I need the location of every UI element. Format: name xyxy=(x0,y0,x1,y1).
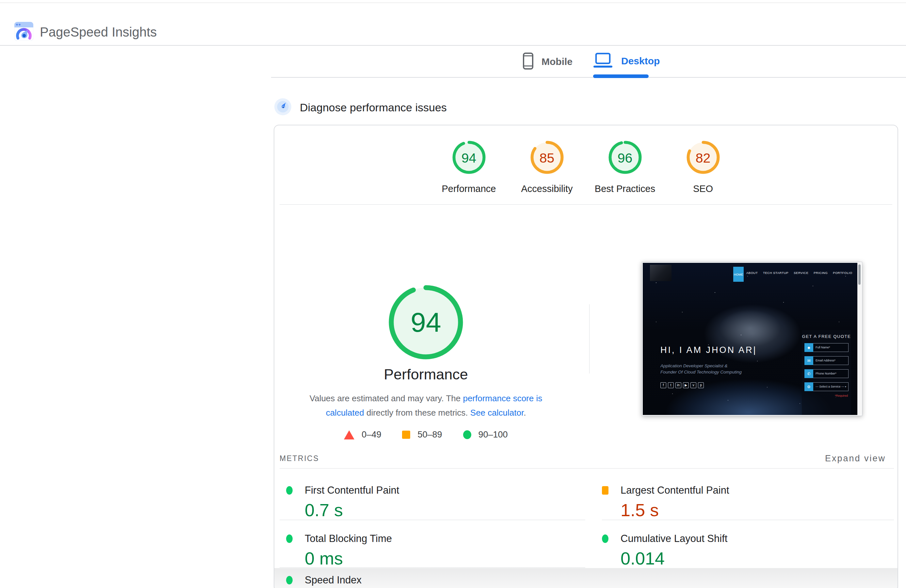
category-seo[interactable]: 82 SEO xyxy=(664,140,742,194)
performance-summary-score: 94 xyxy=(387,283,465,362)
performance-summary-gauge: 94 xyxy=(387,283,465,362)
quote-field-name: ☻ Full Name* xyxy=(804,343,849,352)
legend-pass: 90–100 xyxy=(463,430,508,440)
performance-score: 94 xyxy=(452,140,486,176)
metric-value: 0.014 xyxy=(620,549,889,567)
metric-value: 1.5 s xyxy=(620,501,889,519)
metric-label: Largest Contentful Paint xyxy=(620,485,729,496)
status-dot-pass-icon xyxy=(602,534,608,543)
gear-icon: ⚙ xyxy=(804,382,813,391)
site-subtitle: Application Developer Specialist & Found… xyxy=(660,363,742,375)
tab-desktop-label: Desktop xyxy=(621,53,660,70)
site-logo-image xyxy=(650,265,672,281)
thumbnail-scrollbar-thumb xyxy=(858,265,861,285)
metric-label: Cumulative Layout Shift xyxy=(620,534,727,544)
seo-gauge: 82 xyxy=(686,140,720,176)
site-nav-item: PORTFOLIO xyxy=(830,271,855,274)
desc-text-1: Values are estimated and may vary. The xyxy=(309,394,463,403)
quote-field-email: ✉ Email Address* xyxy=(804,356,849,365)
quote-input-phone: Phone Number* xyxy=(813,369,849,378)
metric-cumulative-layout-shift: Cumulative Layout Shift 0.014 xyxy=(602,534,889,567)
expand-view-button[interactable]: Expand view xyxy=(825,454,886,464)
score-description: Values are estimated and may vary. The p… xyxy=(302,391,550,420)
quote-form-title: GET A FREE QUOTE xyxy=(802,334,851,339)
status-dot-pass-icon xyxy=(286,534,293,543)
report-card: 94 Performance 85 Accessibility 96 xyxy=(274,125,898,588)
app-header: PageSpeed Insights xyxy=(0,3,906,46)
accessibility-score: 85 xyxy=(530,140,564,176)
envelope-icon: ✉ xyxy=(804,356,813,365)
quote-field-phone: ✆ Phone Number* xyxy=(804,369,849,378)
category-performance[interactable]: 94 Performance xyxy=(430,140,508,194)
metric-row-divider xyxy=(602,520,894,520)
site-nav-item: TECH STARTUP xyxy=(760,271,791,274)
person-icon: ☻ xyxy=(804,343,813,352)
site-social-icons: f t in ▶ v p xyxy=(660,382,704,388)
quote-input-name: Full Name* xyxy=(813,343,849,352)
fail-triangle-icon xyxy=(344,430,354,440)
chevron-down-icon: ▾ xyxy=(845,382,846,391)
quote-input-email: Email Address* xyxy=(813,356,849,365)
metrics-heading: METRICS xyxy=(279,454,319,463)
quote-field-service: ⚙ --- Select a Service ---▾ xyxy=(804,382,849,391)
site-nav-item: BLOG xyxy=(855,271,857,274)
facebook-icon: f xyxy=(660,382,666,388)
gauges-divider xyxy=(279,204,892,205)
performance-gauge: 94 xyxy=(452,140,486,176)
phone-icon: ✆ xyxy=(804,369,813,378)
performance-label: Performance xyxy=(442,183,496,194)
site-nav-menu: HOME ABOUT TECH STARTUP SERVICE PRICING … xyxy=(733,271,857,274)
see-calculator-link[interactable]: See calculator xyxy=(470,408,523,417)
legend-fail: 0–49 xyxy=(344,430,381,440)
legend-pass-range: 90–100 xyxy=(479,430,508,440)
metric-label: Speed Index xyxy=(305,575,362,585)
status-square-average-icon xyxy=(602,486,608,495)
pass-circle-icon xyxy=(463,430,471,439)
youtube-icon: ▶ xyxy=(683,382,689,388)
site-nav-item: SERVICE xyxy=(791,271,811,274)
vimeo-icon: v xyxy=(691,382,696,388)
category-best-practices[interactable]: 96 Best Practices xyxy=(586,140,664,194)
metric-total-blocking-time: Total Blocking Time 0 ms xyxy=(286,534,580,567)
score-legend: 0–49 50–89 90–100 xyxy=(302,430,550,440)
site-nav-item: ABOUT xyxy=(744,271,760,274)
metric-value: 0 ms xyxy=(305,549,580,567)
legend-average-range: 50–89 xyxy=(417,430,442,440)
metric-label: First Contentful Paint xyxy=(305,485,399,496)
desktop-laptop-icon xyxy=(592,52,613,70)
category-accessibility[interactable]: 85 Accessibility xyxy=(508,140,586,194)
site-headline: HI, I AM JHON AR| xyxy=(660,345,757,355)
site-quote-form: GET A FREE QUOTE ☻ Full Name* ✉ Email Ad… xyxy=(802,330,851,415)
page-screenshot-thumbnail[interactable]: HOME HOME ABOUT TECH STARTUP SERVICE PRI… xyxy=(642,262,862,416)
tab-desktop[interactable]: Desktop xyxy=(592,52,660,70)
metric-first-contentful-paint: First Contentful Paint 0.7 s xyxy=(286,485,580,519)
vertical-divider xyxy=(589,304,590,373)
legend-average: 50–89 xyxy=(402,430,442,440)
metric-row-divider xyxy=(279,567,585,568)
diagnose-section-header: Diagnose performance issues xyxy=(274,98,447,116)
status-dot-pass-icon xyxy=(286,576,293,585)
best-practices-score: 96 xyxy=(608,140,642,176)
twitter-icon: t xyxy=(668,382,674,388)
tab-mobile-label: Mobile xyxy=(542,53,573,70)
linkedin-icon: in xyxy=(675,382,681,388)
desc-text-2: directly from these metrics. xyxy=(364,408,470,417)
diagnose-title: Diagnose performance issues xyxy=(300,99,447,116)
home-link[interactable]: PageSpeed Insights xyxy=(14,22,157,42)
best-practices-gauge: 96 xyxy=(608,140,642,176)
quote-required-note: *Required xyxy=(805,394,848,397)
best-practices-label: Best Practices xyxy=(595,183,655,194)
seo-score: 82 xyxy=(686,140,720,176)
app-title: PageSpeed Insights xyxy=(40,24,157,40)
metric-row-divider xyxy=(279,520,585,520)
pinterest-icon: p xyxy=(698,382,704,388)
metrics-divider xyxy=(279,468,894,468)
category-gauges-row: 94 Performance 85 Accessibility 96 xyxy=(274,140,898,194)
tab-mobile[interactable]: Mobile xyxy=(523,52,573,71)
pagespeed-logo-icon xyxy=(14,22,33,42)
metric-label: Total Blocking Time xyxy=(305,534,392,544)
accessibility-label: Accessibility xyxy=(521,183,573,194)
active-tab-indicator xyxy=(593,75,649,78)
average-square-icon xyxy=(402,431,410,439)
metric-speed-index: Speed Index xyxy=(286,575,580,585)
